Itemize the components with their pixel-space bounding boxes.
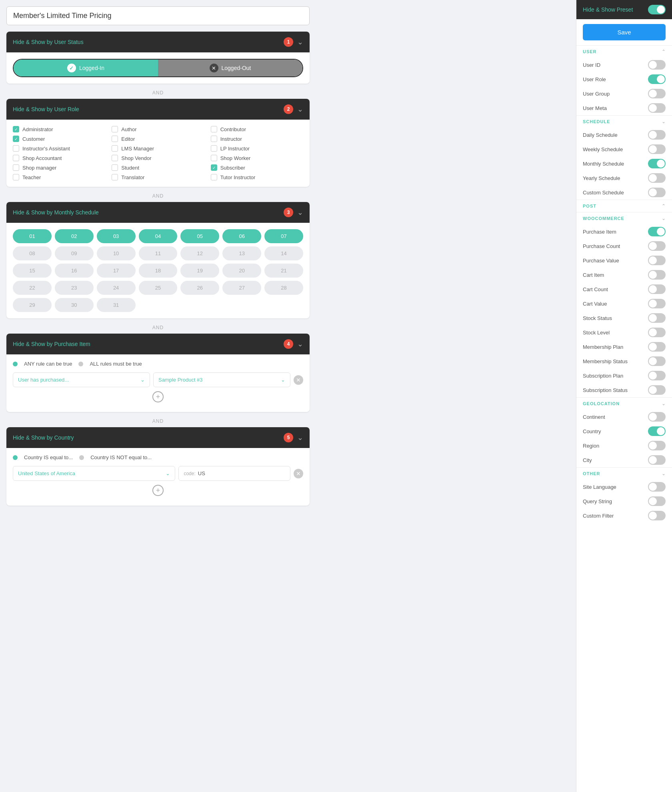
calendar-day-button[interactable]: 24 (97, 281, 136, 295)
calendar-day-button[interactable]: 18 (139, 264, 178, 278)
sidebar-toggle[interactable] (648, 511, 666, 520)
sidebar-toggle[interactable] (648, 299, 666, 308)
sidebar-toggle[interactable] (648, 130, 666, 140)
country-select-dropdown[interactable]: United States of America ⌄ (13, 466, 175, 481)
country-header[interactable]: Hide & Show by Country 5 ⌄ (6, 427, 310, 448)
sidebar-toggle[interactable] (648, 284, 666, 294)
sidebar-toggle[interactable] (648, 188, 666, 197)
calendar-day-button[interactable]: 01 (13, 229, 52, 243)
monthly-schedule-header[interactable]: Hide & Show by Monthly Schedule 3 ⌄ (6, 202, 310, 223)
sidebar-toggle[interactable] (648, 60, 666, 70)
sidebar-toggle[interactable] (648, 496, 666, 506)
calendar-day-button[interactable]: 06 (222, 229, 261, 243)
calendar-day-button[interactable]: 15 (13, 264, 52, 278)
other-section-header[interactable]: OTHER ⌄ (576, 468, 672, 480)
role-item[interactable]: Tutor Instructor (211, 174, 303, 180)
role-item[interactable]: LMS Manager (112, 145, 204, 152)
sidebar-toggle[interactable] (648, 385, 666, 395)
sidebar-toggle[interactable] (648, 441, 666, 450)
role-item[interactable]: Contributor (211, 126, 303, 132)
remove-rule-button[interactable]: ✕ (294, 375, 303, 385)
country-not-label[interactable]: Country IS NOT equal to... (90, 454, 152, 460)
calendar-day-button[interactable]: 10 (97, 246, 136, 260)
schedule-section-header[interactable]: SCHEDULE ⌄ (576, 116, 672, 128)
role-item[interactable]: Translator (112, 174, 204, 180)
role-item[interactable]: LP Instructor (211, 145, 303, 152)
sidebar-toggle[interactable] (648, 256, 666, 265)
calendar-day-button[interactable]: 21 (264, 264, 303, 278)
calendar-day-button[interactable]: 23 (55, 281, 94, 295)
purchase-item-header[interactable]: Hide & Show by Purchase Item 4 ⌄ (6, 334, 310, 354)
save-button[interactable]: Save (583, 24, 666, 40)
role-item[interactable]: ✓Administrator (13, 126, 105, 132)
role-item[interactable]: Teacher (13, 174, 105, 180)
calendar-day-button[interactable]: 20 (222, 264, 261, 278)
sidebar-toggle[interactable] (648, 270, 666, 280)
sidebar-toggle[interactable] (648, 241, 666, 251)
role-item[interactable]: Shop manager (13, 164, 105, 171)
sidebar-toggle[interactable] (648, 159, 666, 168)
post-section-header[interactable]: POST ⌃ (576, 200, 672, 212)
role-item[interactable]: ✓Customer (13, 136, 105, 142)
woo-section-header[interactable]: WOOCOMMERCE ⌄ (576, 212, 672, 224)
sidebar-toggle[interactable] (648, 328, 666, 337)
add-rule-button[interactable]: + (152, 391, 164, 402)
calendar-day-button[interactable]: 08 (13, 246, 52, 260)
sidebar-toggle[interactable] (648, 144, 666, 154)
role-item[interactable]: Instructor's Assistant (13, 145, 105, 152)
calendar-day-button[interactable]: 26 (180, 281, 219, 295)
calendar-day-button[interactable]: 29 (13, 298, 52, 312)
calendar-day-button[interactable]: 25 (139, 281, 178, 295)
calendar-day-button[interactable]: 16 (55, 264, 94, 278)
geo-section-header[interactable]: GEOLOCATION ⌄ (576, 398, 672, 410)
calendar-day-button[interactable]: 03 (97, 229, 136, 243)
calendar-day-button[interactable]: 14 (264, 246, 303, 260)
role-item[interactable]: Shop Worker (211, 155, 303, 161)
calendar-day-button[interactable]: 31 (97, 298, 136, 312)
calendar-day-button[interactable]: 28 (264, 281, 303, 295)
calendar-day-button[interactable]: 07 (264, 229, 303, 243)
sidebar-toggle[interactable] (648, 173, 666, 183)
country-code-field[interactable]: code: US (178, 466, 290, 481)
calendar-day-button[interactable]: 11 (139, 246, 178, 260)
user-section-header[interactable]: USER ⌃ (576, 46, 672, 58)
any-rule-label[interactable]: ANY rule can be true (24, 361, 72, 367)
calendar-day-button[interactable]: 04 (139, 229, 178, 243)
user-status-header[interactable]: Hide & Show by User Status 1 ⌄ (6, 32, 310, 52)
role-item[interactable]: Author (112, 126, 204, 132)
remove-country-button[interactable]: ✕ (294, 469, 303, 478)
add-country-button[interactable]: + (152, 485, 164, 496)
calendar-day-button[interactable]: 19 (180, 264, 219, 278)
preset-toggle[interactable] (648, 5, 666, 14)
sidebar-toggle[interactable] (648, 342, 666, 352)
sidebar-toggle[interactable] (648, 103, 666, 113)
role-item[interactable]: Editor (112, 136, 204, 142)
calendar-day-button[interactable]: 02 (55, 229, 94, 243)
calendar-day-button[interactable]: 30 (55, 298, 94, 312)
role-item[interactable]: ✓Subscriber (211, 164, 303, 171)
logged-in-button[interactable]: ✓ Logged-In (14, 60, 158, 76)
page-title-input[interactable] (6, 6, 310, 25)
sidebar-toggle[interactable] (648, 455, 666, 465)
country-is-label[interactable]: Country IS equal to... (24, 454, 73, 460)
role-item[interactable]: Shop Vendor (112, 155, 204, 161)
sidebar-toggle[interactable] (648, 371, 666, 380)
calendar-day-button[interactable]: 09 (55, 246, 94, 260)
calendar-day-button[interactable]: 13 (222, 246, 261, 260)
calendar-day-button[interactable]: 22 (13, 281, 52, 295)
product-dropdown[interactable]: Sample Product #3 ⌄ (153, 372, 290, 387)
purchased-dropdown[interactable]: User has purchased... ⌄ (13, 372, 150, 387)
sidebar-toggle[interactable] (648, 89, 666, 98)
sidebar-toggle[interactable] (648, 356, 666, 366)
user-role-header[interactable]: Hide & Show by User Role 2 ⌄ (6, 99, 310, 120)
calendar-day-button[interactable]: 17 (97, 264, 136, 278)
all-rule-label[interactable]: ALL rules must be true (90, 361, 142, 367)
sidebar-toggle[interactable] (648, 482, 666, 492)
sidebar-toggle[interactable] (648, 74, 666, 84)
sidebar-toggle[interactable] (648, 412, 666, 422)
role-item[interactable]: Instructor (211, 136, 303, 142)
sidebar-toggle[interactable] (648, 227, 666, 236)
calendar-day-button[interactable]: 05 (180, 229, 219, 243)
role-item[interactable]: Shop Accountant (13, 155, 105, 161)
logged-out-button[interactable]: ✕ Logged-Out (158, 60, 302, 76)
